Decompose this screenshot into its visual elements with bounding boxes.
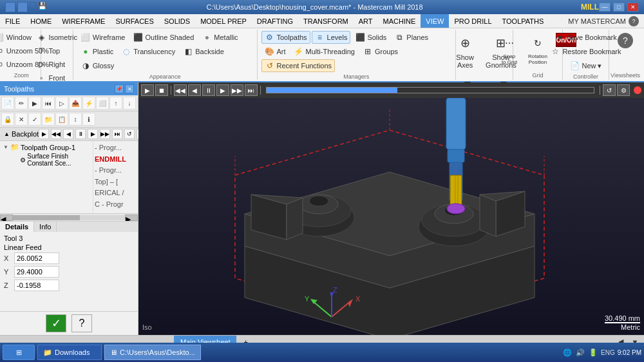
vp-settings-button[interactable]: ⚙ (617, 84, 630, 96)
vp-fwd-button[interactable]: ▶ (216, 84, 229, 96)
tp-info-button[interactable]: ℹ (82, 113, 95, 126)
vp-progress-bar[interactable] (266, 87, 594, 93)
tp-new-button[interactable]: 📄 (1, 97, 14, 110)
vp-skipfwd-button[interactable]: ▶▶ (231, 84, 243, 96)
network-icon[interactable]: 🌐 (562, 347, 573, 357)
x-coord-input[interactable] (14, 252, 59, 264)
ok-button[interactable]: ✓ (46, 314, 66, 332)
vp-pause-button[interactable]: ⏸ (202, 84, 215, 96)
vp-stop-button[interactable]: ⏹ (155, 84, 168, 96)
tp-lock-button[interactable]: 🔒 (1, 113, 14, 126)
menu-transform[interactable]: TRANSFORM (298, 14, 354, 28)
menu-solids[interactable]: SOLIDS (159, 14, 195, 28)
plastic-button[interactable]: ● Plastic (77, 45, 117, 58)
bp-stepback-button[interactable]: ◀◀ (51, 129, 61, 139)
toolpaths-manager-button[interactable]: ⚙ Toolpaths (261, 31, 310, 44)
tp-copy-button[interactable]: 📋 (55, 113, 68, 126)
metallic-button[interactable]: ● Metallic (198, 31, 241, 44)
tp-check-button[interactable]: ✓ (28, 113, 41, 126)
tp-edit-button[interactable]: ✏ (15, 97, 28, 110)
multithreading-button[interactable]: ⚡ Multi-Threading (290, 45, 358, 58)
menu-machine[interactable]: MACHINE (378, 14, 421, 28)
bp-reset-button[interactable]: ↺ (124, 129, 135, 139)
levels-manager-button[interactable]: ≡ Levels (312, 31, 351, 44)
menu-art[interactable]: ART (354, 14, 378, 28)
battery-icon[interactable]: 🔋 (588, 347, 598, 357)
sound-icon[interactable]: 🔊 (575, 347, 585, 357)
art-manager-button[interactable]: 🎨 Art (261, 45, 289, 58)
help-icon[interactable]: ? (629, 16, 639, 26)
tp-verify-button[interactable]: ▶ (28, 97, 41, 110)
y-coord-input[interactable] (14, 266, 59, 278)
z-coord-input[interactable] (14, 280, 59, 291)
planes-manager-button[interactable]: ⧉ Planes (391, 31, 431, 44)
tp-stock-button[interactable]: ⬜ (96, 97, 109, 110)
new-button[interactable]: 📄 New ▾ (566, 59, 605, 72)
bp-fwd-button[interactable]: ▶ (88, 129, 98, 139)
tp-highfeed-button[interactable]: ⚡ (82, 97, 95, 110)
tp-folder-button[interactable]: 📁 (42, 113, 55, 126)
translucency-button[interactable]: ◌ Translucency (118, 45, 178, 58)
menu-drafting[interactable]: DRAFTING (252, 14, 298, 28)
tp-backplot-button[interactable]: ⏮ (42, 97, 55, 110)
my-mastercam[interactable]: MY MASTERCAM ? (563, 15, 644, 28)
window-button[interactable]: ⬜ Window (0, 31, 35, 44)
menu-wireframe[interactable]: WIREFRAME (57, 14, 110, 28)
close-button[interactable]: ✕ (627, 3, 639, 12)
bp-end-button[interactable]: ⏭ (112, 129, 122, 139)
top-view-button[interactable]: ⊤ Top (33, 44, 63, 57)
help-button[interactable]: ? (614, 31, 637, 50)
glossy-button[interactable]: ◑ Glossy (77, 59, 118, 72)
bp-fastfwd-button[interactable]: ▶▶ (100, 129, 110, 139)
menu-view[interactable]: VIEW (421, 14, 449, 28)
vp-refresh-button[interactable]: ↺ (603, 84, 616, 96)
taskbar-downloads[interactable]: 📁 Downloads (37, 345, 102, 360)
details-tab[interactable]: Details (0, 222, 34, 232)
vp-back-button[interactable]: ◀ (188, 84, 201, 96)
scroll-left-button[interactable]: ◀ (0, 214, 13, 221)
backside-button[interactable]: ◧ Backside (180, 45, 227, 58)
tp-move-button[interactable]: ↕ (69, 113, 82, 126)
tp-arrow-down[interactable]: ↓ (123, 97, 136, 110)
snap-grid-button[interactable]: ⋯ Snapto Grid (496, 31, 523, 67)
bp-pause-button[interactable]: ⏸ (75, 129, 86, 139)
menu-prodrill[interactable]: PRO DRILL (449, 14, 497, 28)
right-view-button[interactable]: ▷ Right (33, 58, 68, 71)
maximize-button[interactable]: □ (613, 3, 625, 12)
vp-skipback-button[interactable]: ◀◀ (174, 84, 187, 96)
wireframe-button[interactable]: ⬜ Wireframe (77, 31, 129, 44)
save-icon[interactable]: 💾 (38, 2, 48, 12)
menu-surfaces[interactable]: SURFACES (110, 14, 158, 28)
panel-pin-button[interactable]: 📌 (115, 84, 124, 93)
solids-manager-button[interactable]: ⬛ Solids (352, 31, 390, 44)
outline-button[interactable]: ⬛ Outline Shaded (129, 31, 197, 44)
tp-x-button[interactable]: ✕ (15, 113, 28, 126)
tp-simulate-button[interactable]: ▷ (55, 97, 68, 110)
show-axes-button[interactable]: ⊕ Show Axes (449, 31, 481, 71)
info-tab[interactable]: Info (34, 222, 57, 232)
menu-toolpaths[interactable]: TOOLPATHS (497, 14, 549, 28)
recent-functions-button[interactable]: ↺ Recent Functions (261, 59, 336, 72)
bp-play-button[interactable]: ▶ (39, 129, 49, 139)
horizontal-scrollbar[interactable]: ◀ ▶ (0, 213, 138, 221)
vp-end-button[interactable]: ⏭ (245, 84, 258, 96)
bp-back-button[interactable]: ◀ (63, 129, 73, 139)
start-button[interactable]: ⊞ (3, 345, 35, 360)
menu-file[interactable]: FILE (0, 14, 25, 28)
vp-play-button[interactable]: ▶ (141, 84, 154, 96)
tree-expand-icon[interactable]: ▼ (3, 144, 9, 151)
groups-button[interactable]: ⊞ Groups (359, 45, 401, 58)
tree-child-item[interactable]: ⚙ Surface Finish Constant Sce... (1, 152, 91, 167)
scroll-right-button[interactable]: ▶ (125, 214, 138, 221)
window-controls[interactable]: — □ ✕ (599, 3, 639, 12)
menu-home[interactable]: HOME (25, 14, 57, 28)
tp-post-button[interactable]: 📤 (69, 97, 82, 110)
scroll-thumb[interactable] (13, 215, 80, 220)
menu-modelprep[interactable]: MODEL PREP (195, 14, 252, 28)
backplot-expand-button[interactable]: ▲ (4, 131, 10, 137)
taskbar-mastercam[interactable]: 🖥 C:\Users\Asus\Deskto... (104, 345, 201, 360)
panel-close-button[interactable]: ✕ (125, 84, 134, 93)
help-action-button[interactable]: ? (71, 314, 92, 332)
minimize-button[interactable]: — (599, 3, 611, 12)
tp-arrow-up[interactable]: ↑ (109, 97, 122, 110)
